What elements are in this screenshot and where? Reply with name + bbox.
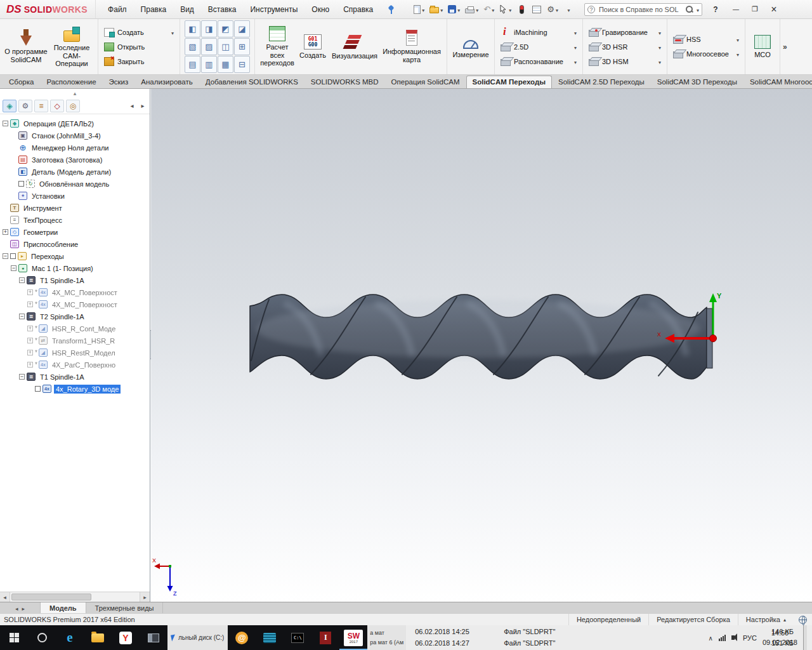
cam-view-icon[interactable]: [201, 20, 217, 37]
ribbon-tab[interactable]: Эскиз: [103, 76, 135, 88]
minimize-button[interactable]: [726, 0, 745, 18]
cam-strategy-button[interactable]: 2.5D: [498, 41, 579, 53]
custom-status-menu[interactable]: Настройка: [738, 614, 794, 625]
ribbon-overflow-button[interactable]: »: [780, 19, 790, 74]
cam-view-icon[interactable]: [218, 38, 233, 55]
panel-arrow-right-icon[interactable]: [138, 100, 147, 112]
taskbar-edge-button[interactable]: e: [56, 625, 84, 650]
tree-item[interactable]: − Мас 1 (1- Позиция): [0, 262, 150, 274]
cortana-search-button[interactable]: [28, 625, 56, 650]
taskbar-explorer-button[interactable]: [84, 625, 112, 650]
tree-item[interactable]: − Переходы: [0, 250, 150, 262]
cam-file-op-button[interactable]: Создать: [102, 27, 176, 38]
tree-item[interactable]: Установки: [0, 190, 150, 202]
tray-chevron-icon[interactable]: [709, 633, 713, 642]
ribbon-tab[interactable]: Расположение: [40, 76, 102, 88]
ribbon-tab[interactable]: Операция SolidCAM: [385, 76, 466, 88]
about-solidcam-button[interactable]: О программе SolidCAM: [3, 26, 49, 67]
expander-icon[interactable]: +: [27, 289, 33, 295]
menu-item[interactable]: Вид: [173, 0, 201, 18]
tree-item[interactable]: Обновлённая модель: [0, 178, 150, 190]
cam-strategy-button[interactable]: HSS: [671, 34, 742, 45]
search-options-caret[interactable]: [696, 5, 699, 14]
configurationmanager-tab-icon[interactable]: [34, 100, 48, 112]
panel-arrow-left-icon[interactable]: [128, 100, 136, 112]
displaymanager-tab-icon[interactable]: [66, 100, 80, 112]
expander-icon[interactable]: +: [27, 326, 33, 331]
cam-view-icon[interactable]: [234, 56, 250, 73]
cam-view-icon[interactable]: [234, 38, 250, 55]
taskbar-solidworks-button[interactable]: SW 2017: [339, 625, 367, 650]
tree-item[interactable]: + Transform1_HSR_R: [0, 335, 150, 347]
info-card-button[interactable]: Информационная карта: [380, 27, 443, 67]
mco-button[interactable]: MCO: [749, 32, 776, 62]
cam-view-icon[interactable]: [185, 20, 200, 37]
menu-item[interactable]: Инструменты: [243, 0, 304, 18]
propertymanager-tab-icon[interactable]: [18, 100, 32, 112]
cam-view-icon[interactable]: [185, 56, 200, 73]
more-commands-button[interactable]: [561, 2, 575, 17]
status-light-button[interactable]: [514, 2, 528, 17]
restore-button[interactable]: [745, 0, 764, 18]
language-indicator[interactable]: РУС: [743, 634, 757, 642]
save-button[interactable]: [446, 2, 462, 17]
tree-item[interactable]: + 4X_MC_Поверхност: [0, 298, 150, 310]
featuremanager-tab-icon[interactable]: [3, 100, 16, 112]
cam-strategy-button[interactable]: Распознавание: [498, 56, 579, 67]
tree-item[interactable]: Заготовка (Заготовка): [0, 154, 150, 166]
taskbar-media-button[interactable]: [256, 625, 284, 650]
ribbon-tab[interactable]: Анализировать: [134, 76, 199, 88]
viewport-canvas[interactable]: Y X X Z: [151, 89, 812, 602]
cam-view-icon[interactable]: [185, 38, 200, 55]
tree-item[interactable]: + 4X_MC_Поверхност: [0, 286, 150, 298]
tree-item[interactable]: ТехПроцесс: [0, 214, 150, 226]
expander-icon[interactable]: −: [3, 121, 8, 126]
panel-collapse-arrow-icon[interactable]: [0, 89, 150, 98]
document-tab[interactable]: Трехмерные виды: [86, 602, 164, 613]
tree-item[interactable]: + HSR_R_Cont_Моде: [0, 322, 150, 335]
tree-item[interactable]: Приспособление: [0, 238, 150, 250]
doc-scroll-left-icon[interactable]: [15, 604, 18, 612]
tree-item[interactable]: + 4X_ParC_Поверхно: [0, 359, 150, 371]
menu-item[interactable]: Правка: [134, 0, 174, 18]
graphics-area[interactable]: Y X X Z: [151, 89, 812, 602]
print-button[interactable]: [463, 2, 480, 17]
cam-view-icon[interactable]: [218, 56, 233, 73]
cam-file-op-button[interactable]: Открыть: [102, 41, 176, 53]
start-button[interactable]: [0, 625, 28, 650]
menu-item[interactable]: Вставка: [201, 0, 244, 18]
ribbon-tab[interactable]: SolidCAM 2.5D Переходы: [552, 76, 651, 88]
simulation-button[interactable]: Визуализация: [329, 30, 380, 63]
pin-icon[interactable]: [386, 5, 395, 14]
cam-view-icon[interactable]: [201, 38, 217, 55]
new-document-button[interactable]: [412, 2, 426, 17]
taskbar-mail-agent-button[interactable]: @: [228, 625, 256, 650]
measure-button[interactable]: Измерение: [450, 32, 491, 62]
expander-icon[interactable]: +: [27, 338, 33, 343]
cam-strategy-button[interactable]: Гравирование: [586, 27, 664, 38]
ribbon-tab[interactable]: SolidCAM 3D Переходы: [651, 76, 743, 88]
cam-view-icon[interactable]: [234, 20, 250, 37]
scrollbar-track[interactable]: [10, 592, 140, 602]
cam-strategy-button[interactable]: 3D HSM: [586, 56, 664, 67]
dimxpert-tab-icon[interactable]: [50, 100, 64, 112]
cam-view-icon[interactable]: [201, 56, 217, 73]
gcode-create-button[interactable]: G01 G00 Создать: [296, 31, 329, 63]
expander-icon[interactable]: −: [11, 265, 16, 271]
tree-item[interactable]: Менеджер Ноля детали: [0, 142, 150, 154]
explorer-window-fragment[interactable]: льный диск (C:): [167, 625, 228, 650]
tree-item[interactable]: − T1 Spindle-1A: [0, 274, 150, 286]
help-button[interactable]: [709, 3, 723, 17]
tree-item[interactable]: − T2 Spindle-1A: [0, 310, 150, 322]
open-button[interactable]: [428, 2, 445, 17]
undo-button[interactable]: ↶: [481, 2, 496, 17]
expander-icon[interactable]: +: [3, 229, 8, 235]
cam-file-op-button[interactable]: Закрыть: [102, 56, 176, 67]
search-icon[interactable]: [685, 5, 693, 13]
ribbon-tab[interactable]: SolidCAM Многоосева...: [743, 76, 812, 88]
menu-item[interactable]: Справка: [336, 0, 380, 18]
taskbar-app-button[interactable]: [140, 625, 167, 650]
scroll-left-icon[interactable]: [0, 592, 10, 602]
menu-item[interactable]: Окно: [304, 0, 336, 18]
network-icon[interactable]: [719, 635, 726, 641]
